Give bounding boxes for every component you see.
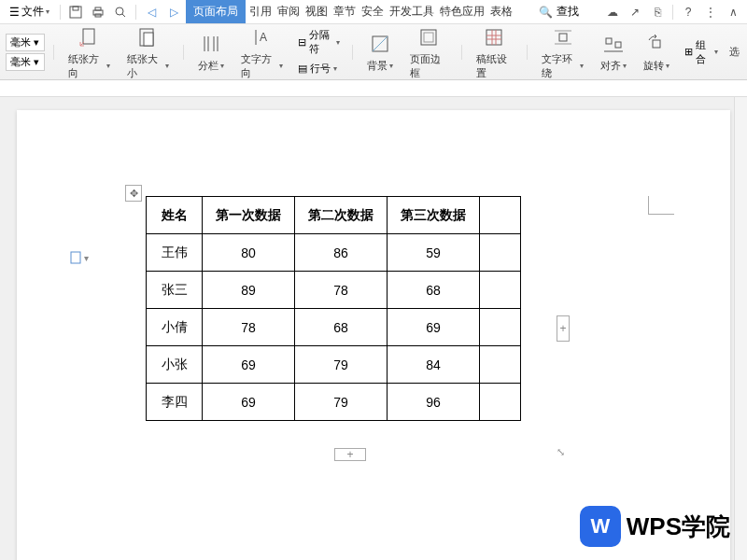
select-button[interactable]: 选 [727,43,741,61]
col-data1[interactable]: 第一次数据 [203,197,295,234]
preview-icon[interactable] [110,2,131,22]
svg-rect-19 [486,30,501,45]
more-icon[interactable]: ⋮ [700,2,721,22]
align-button[interactable]: 对齐▾ [595,29,632,75]
tab-chapter[interactable]: 章节 [331,0,358,23]
add-column-button[interactable]: + [557,315,570,342]
orientation-icon [76,24,102,50]
export-icon[interactable]: ⎘ [647,2,668,22]
menu-bar: ☰ 文件 ▾ ◁ ▷ 页面布局 引用 审阅 视图 章节 安全 开发工具 特色应用… [0,0,747,24]
table-cell[interactable]: 王伟 [147,234,203,272]
table-cell[interactable] [480,272,521,309]
print-icon[interactable] [88,2,108,22]
separator-button[interactable]: ⊟分隔符▾ [294,26,345,58]
table-cell[interactable]: 96 [388,384,480,421]
table-resize-handle[interactable]: ⤡ [557,446,565,458]
col-empty[interactable] [480,197,521,234]
table-cell[interactable]: 89 [203,272,295,309]
table-cell[interactable]: 李四 [147,384,203,421]
table-cell[interactable]: 68 [388,272,480,309]
svg-text:A: A [260,31,267,44]
share-icon[interactable]: ↗ [625,2,645,22]
nav-forward-icon[interactable]: ▷ [163,2,184,22]
tab-page-layout[interactable]: 页面布局 [186,0,246,23]
tab-references[interactable]: 引用 [247,0,274,23]
table-cell[interactable]: 68 [295,309,388,346]
file-menu[interactable]: ☰ 文件 ▾ [4,2,55,21]
table-row: 王伟808659 [147,234,521,272]
nav-back-icon[interactable]: ◁ [141,2,162,22]
unit-bottom[interactable]: 毫米 ▾ [6,53,45,71]
text-wrap-button[interactable]: 文字环绕▾ [536,22,589,82]
group-button[interactable]: ⊞组合▾ [681,36,722,68]
draft-icon [481,24,507,50]
table-cell[interactable] [480,234,521,272]
collapse-icon[interactable]: ∧ [723,2,743,22]
tab-view[interactable]: 视图 [303,0,330,23]
col-data3[interactable]: 第三次数据 [388,197,480,234]
search-icon: 🔍 [539,6,553,19]
line-number-button[interactable]: ▤行号▾ [294,60,345,77]
page-border-button[interactable]: 页面边框 [404,22,453,82]
table-cell[interactable]: 小张 [147,346,203,384]
add-row-button[interactable]: + [334,448,366,461]
cloud-icon[interactable]: ☁ [602,2,623,22]
page-size-icon [134,24,161,50]
table-cell[interactable] [480,384,521,421]
table-cell[interactable]: 张三 [147,272,203,309]
table-cell[interactable]: 59 [388,234,480,272]
table-cell[interactable]: 69 [203,384,295,421]
svg-point-5 [116,7,123,15]
divider [527,45,528,60]
svg-rect-31 [71,252,80,263]
draft-paper-button[interactable]: 稿纸设置 [471,22,519,82]
table-cell[interactable]: 79 [295,384,388,421]
vertical-scrollbar[interactable] [734,97,747,560]
table-move-handle[interactable]: ✥ [125,185,142,202]
col-name[interactable]: 姓名 [147,197,203,234]
col-data2[interactable]: 第二次数据 [295,197,388,234]
orientation-button[interactable]: 纸张方向▾ [63,22,116,82]
tab-special[interactable]: 特色应用 [438,0,486,23]
table-cell[interactable]: 78 [295,272,388,309]
paragraph-mark[interactable]: ▾ [69,250,89,265]
table-cell[interactable]: 69 [203,346,295,384]
help-icon[interactable]: ? [678,2,698,22]
table-cell[interactable] [480,346,521,384]
tab-review[interactable]: 审阅 [275,0,302,23]
columns-button[interactable]: 分栏▾ [192,29,230,75]
wps-logo-text: WPS学院 [627,511,730,543]
table-cell[interactable]: 69 [388,309,480,346]
table-cell[interactable]: 78 [203,309,295,346]
background-button[interactable]: 背景▾ [361,29,399,75]
table-row: 小倩786869 [147,309,521,346]
text-direction-icon: A [248,24,275,50]
table-cell[interactable]: 小倩 [147,309,203,346]
svg-rect-24 [559,34,567,41]
data-table[interactable]: 姓名 第一次数据 第二次数据 第三次数据 王伟808659张三897868小倩7… [146,196,521,421]
tab-table[interactable]: 表格 [488,0,514,23]
hamburger-icon: ☰ [9,6,20,19]
divider [183,45,184,60]
table-cell[interactable]: 80 [203,234,295,272]
table-cell[interactable]: 84 [388,346,480,384]
table-cell[interactable]: 86 [295,234,388,272]
svg-line-6 [122,14,125,17]
unit-top[interactable]: 毫米 ▾ [6,34,45,51]
table-cell[interactable] [480,309,521,346]
svg-rect-0 [70,7,81,18]
tab-security[interactable]: 安全 [359,0,386,23]
background-icon [367,31,393,57]
table-cell[interactable]: 79 [295,346,388,384]
text-direction-button[interactable]: A 文字方向▾ [235,22,289,82]
tab-dev-tools[interactable]: 开发工具 [388,0,436,23]
horizontal-ruler[interactable] [0,80,747,97]
divider [461,45,462,60]
page-size-button[interactable]: 纸张大小▾ [121,22,175,82]
border-icon [416,24,442,50]
svg-rect-3 [95,7,101,10]
svg-rect-7 [83,29,94,44]
search-button[interactable]: 🔍 查找 [533,4,585,20]
save-icon[interactable] [65,2,86,22]
rotate-button[interactable]: 旋转▾ [638,29,675,75]
